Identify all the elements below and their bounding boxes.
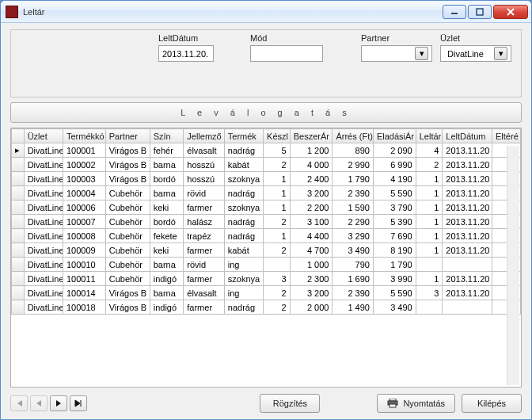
cell[interactable]: Virágos B <box>105 172 150 186</box>
cell[interactable]: 2 <box>264 300 291 315</box>
cell[interactable]: 2 <box>264 215 291 229</box>
cell[interactable]: 100003 <box>63 172 105 186</box>
mod-input[interactable] <box>250 45 323 62</box>
cell[interactable]: 1 790 <box>332 172 374 186</box>
cell[interactable]: 2013.11.20 <box>443 200 492 215</box>
cell[interactable]: DivatLine <box>24 229 63 243</box>
cell[interactable]: 1 <box>264 229 291 243</box>
cell[interactable]: bordó <box>150 215 184 229</box>
cell[interactable]: 3 490 <box>373 300 416 315</box>
cell[interactable]: barna <box>150 286 184 300</box>
minimize-button[interactable] <box>443 5 466 19</box>
table-row[interactable]: DivatLine100018Virágos Bindigófarmernadr… <box>12 300 521 315</box>
cell[interactable]: nadrág <box>224 215 263 229</box>
cell[interactable]: Cubehör <box>105 215 150 229</box>
cell[interactable]: fehér <box>150 143 184 158</box>
cell[interactable]: szoknya <box>224 272 263 286</box>
cell[interactable]: élvasalt <box>184 286 225 300</box>
cell[interactable]: Cubehör <box>105 186 150 200</box>
column-header[interactable]: Üzlet <box>24 129 63 143</box>
cell[interactable]: farmer <box>184 300 225 315</box>
cell[interactable]: 1 200 <box>290 143 332 158</box>
cell[interactable]: hosszú <box>184 172 225 186</box>
cell[interactable]: Virágos B <box>105 286 150 300</box>
cell[interactable]: 3 200 <box>290 286 332 300</box>
cell[interactable]: DivatLine <box>24 143 63 158</box>
table-row[interactable]: DivatLine100004Cubehörbarnarövidnadrág13… <box>12 186 521 200</box>
cell[interactable]: trapéz <box>184 229 225 243</box>
table-row[interactable]: DivatLine100003Virágos Bbordóhosszúszokn… <box>12 172 521 186</box>
cell[interactable]: 890 <box>332 143 374 158</box>
levalogatas-button[interactable]: L e v á l o g a t á s <box>10 102 522 123</box>
nav-last-button[interactable] <box>70 395 87 411</box>
titlebar[interactable]: Leltár <box>1 1 531 23</box>
cell[interactable]: DivatLine <box>24 272 63 286</box>
cell[interactable]: 1 000 <box>290 258 332 272</box>
column-header[interactable]: Készl <box>264 129 291 143</box>
cell[interactable]: 1 <box>416 172 443 186</box>
cell[interactable]: 4 700 <box>290 243 332 258</box>
cell[interactable]: 4 000 <box>290 158 332 172</box>
cell[interactable]: 1 <box>416 200 443 215</box>
cell[interactable]: Virágos B <box>105 158 150 172</box>
cell[interactable]: 4 400 <box>290 229 332 243</box>
nyomtatas-button[interactable]: Nyomtatás <box>377 394 455 413</box>
cell[interactable]: 100010 <box>63 258 105 272</box>
cell[interactable]: 2013.11.20 <box>443 143 492 158</box>
cell[interactable]: 1 <box>416 272 443 286</box>
cell[interactable]: Virágos B <box>105 143 150 158</box>
cell[interactable]: DivatLine <box>24 215 63 229</box>
cell[interactable]: 2 090 <box>373 143 416 158</box>
cell[interactable]: 2013.11.20 <box>443 243 492 258</box>
cell[interactable]: 100006 <box>63 200 105 215</box>
cell[interactable]: 5 590 <box>373 186 416 200</box>
cell[interactable]: 2013.11.20 <box>443 229 492 243</box>
cell[interactable]: 2 290 <box>332 215 374 229</box>
cell[interactable] <box>443 300 492 315</box>
cell[interactable]: 2 300 <box>290 272 332 286</box>
cell[interactable]: szoknya <box>224 172 263 186</box>
cell[interactable]: 100014 <box>63 286 105 300</box>
cell[interactable]: élvasalt <box>184 143 225 158</box>
cell[interactable]: 100018 <box>63 300 105 315</box>
cell[interactable]: 5 390 <box>373 215 416 229</box>
cell[interactable]: 100007 <box>63 215 105 229</box>
cell[interactable]: 2 400 <box>290 172 332 186</box>
cell[interactable]: 2013.11.20 <box>443 286 492 300</box>
cell[interactable]: 100008 <box>63 229 105 243</box>
cell[interactable]: 2013.11.20 <box>443 272 492 286</box>
cell[interactable]: 3 490 <box>332 243 374 258</box>
cell[interactable]: DivatLine <box>24 200 63 215</box>
cell[interactable]: 2 <box>264 286 291 300</box>
column-header[interactable]: Termék <box>224 129 263 143</box>
cell[interactable]: 100001 <box>63 143 105 158</box>
cell[interactable]: 3 990 <box>373 272 416 286</box>
table-row[interactable]: DivatLine100014Virágos Bbarnaélvasalting… <box>12 286 521 300</box>
cell[interactable]: halász <box>184 215 225 229</box>
cell[interactable]: kabát <box>224 158 263 172</box>
column-header[interactable]: EladásiÁr <box>373 129 416 143</box>
cell[interactable]: barna <box>150 186 184 200</box>
cell[interactable]: 100011 <box>63 272 105 286</box>
column-header[interactable]: Szín <box>150 129 184 143</box>
cell[interactable]: 1 <box>264 186 291 200</box>
cell[interactable]: 2 <box>264 243 291 258</box>
cell[interactable]: nadrág <box>224 229 263 243</box>
cell[interactable]: 1 <box>264 200 291 215</box>
cell[interactable]: nadrág <box>224 186 263 200</box>
table-row[interactable]: DivatLine100008Cubehörfeketetrapéznadrág… <box>12 229 521 243</box>
cell[interactable]: 3 290 <box>332 229 374 243</box>
cell[interactable]: 7 690 <box>373 229 416 243</box>
cell[interactable]: nadrág <box>224 143 263 158</box>
cell[interactable]: kabát <box>224 243 263 258</box>
cell[interactable]: Cubehör <box>105 200 150 215</box>
nav-next-button[interactable] <box>50 395 67 411</box>
table-row[interactable]: ▸DivatLine100001Virágos Bfehérélvasaltna… <box>12 143 521 158</box>
cell[interactable] <box>416 300 443 315</box>
cell[interactable]: bordó <box>150 172 184 186</box>
cell[interactable]: 3 200 <box>290 186 332 200</box>
column-header[interactable]: Eltéré <box>492 129 521 143</box>
cell[interactable]: 5 <box>264 143 291 158</box>
cell[interactable]: 1 <box>416 243 443 258</box>
cell[interactable]: farmer <box>184 272 225 286</box>
